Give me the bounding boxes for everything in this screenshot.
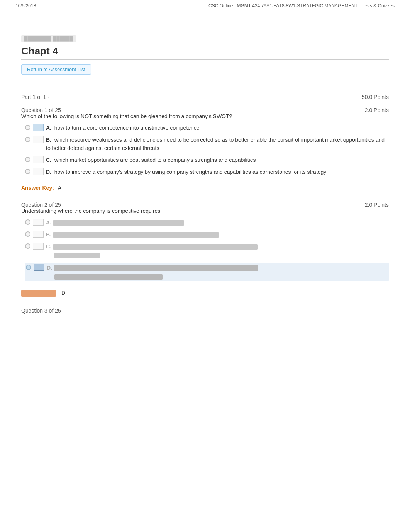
answer-key-2: D [21, 290, 389, 297]
date-label: 10/5/2018 [15, 3, 36, 8]
option-box-a2 [33, 219, 44, 226]
radio-circle [26, 265, 31, 270]
content-area: Part 1 of 1 - 50.0 Points Question 1 of … [0, 86, 410, 340]
option-box-c2 [33, 243, 44, 250]
radio-circle [25, 219, 30, 225]
question-row-2: Question 2 of 25 Understanding where the… [21, 202, 389, 219]
breadcrumb-text: ████████ ██████ [21, 35, 76, 42]
answer-key-label-2 [21, 290, 56, 297]
page-header: ████████ ██████ Chapt 4 Return to Assess… [0, 12, 410, 86]
option-box-c [33, 156, 44, 163]
question-2-text: Understanding where the company is compe… [21, 208, 357, 214]
question-1-points: 2.0 Points [365, 107, 389, 113]
question-block-3: Question 3 of 25 [21, 308, 389, 314]
option-row[interactable]: B. [25, 231, 389, 239]
top-bar: 10/5/2018 CSC Online : MGMT 434 79A1-FA1… [0, 0, 410, 12]
part-points: 50.0 Points [362, 94, 389, 100]
question-1-info: Question 1 of 25 Which of the following … [21, 107, 357, 124]
radio-circle [25, 231, 30, 237]
option-b-text: B. which resource weaknesses and deficie… [46, 136, 389, 152]
radio-circle [25, 125, 30, 130]
option-row[interactable]: B. which resource weaknesses and deficie… [25, 136, 389, 152]
title-divider [21, 59, 389, 60]
option-box-a [33, 124, 44, 131]
radio-circle [25, 157, 30, 162]
part-header: Part 1 of 1 - 50.0 Points [21, 94, 389, 100]
option-box-d2 [34, 264, 44, 271]
option-a2-text: A. [46, 219, 184, 227]
option-box-d [33, 168, 44, 175]
answer-key-value-1: A [58, 185, 61, 191]
question-2-label: Question 2 of 25 [21, 202, 357, 208]
question-block-2: Question 2 of 25 Understanding where the… [21, 202, 389, 297]
question-1-text: Which of the following is NOT something … [21, 113, 357, 119]
part-label: Part 1 of 1 - [21, 94, 49, 100]
option-row[interactable]: A. how to turn a core competence into a … [25, 124, 389, 132]
radio-circle [25, 169, 30, 174]
answer-key-1: Answer Key: A [21, 185, 389, 191]
option-box-b [33, 136, 44, 143]
option-d2-text: D. [47, 264, 388, 280]
radio-circle [25, 137, 30, 142]
question-2-info: Question 2 of 25 Understanding where the… [21, 202, 357, 219]
question-1-options: A. how to turn a core competence into a … [25, 124, 389, 176]
answer-key-label-1: Answer Key: [21, 185, 54, 191]
option-row[interactable]: C. which market opportunities are best s… [25, 156, 389, 164]
option-c-text: C. which market opportunities are best s… [46, 156, 256, 164]
return-to-assessment-button[interactable]: Return to Assessment List [21, 64, 91, 75]
option-row[interactable]: D. [25, 263, 389, 281]
option-row[interactable]: D. how to improve a company's strategy b… [25, 168, 389, 176]
option-c2-text: C. [46, 243, 389, 259]
question-row-1: Question 1 of 25 Which of the following … [21, 107, 389, 124]
page-title-label: CSC Online : MGMT 434 79A1-FA18-8W1-STRA… [208, 3, 395, 8]
question-1-label: Question 1 of 25 [21, 107, 357, 113]
option-box-b2 [33, 231, 44, 238]
radio-circle [25, 243, 30, 249]
answer-key-value-2: D [61, 290, 65, 296]
option-a-text: A. how to turn a core competence into a … [46, 124, 200, 132]
page-title: Chapt 4 [21, 45, 389, 57]
option-d-text: D. how to improve a company's strategy b… [46, 168, 326, 176]
question-block-1: Question 1 of 25 Which of the following … [21, 107, 389, 191]
breadcrumb: ████████ ██████ [21, 35, 389, 42]
option-row[interactable]: A. [25, 219, 389, 227]
question-2-points: 2.0 Points [365, 202, 389, 208]
question-2-options: A. B. C. D. [25, 219, 389, 281]
question-3-label: Question 3 of 25 [21, 308, 389, 314]
option-row[interactable]: C. [25, 243, 389, 259]
option-b2-text: B. [46, 231, 219, 239]
